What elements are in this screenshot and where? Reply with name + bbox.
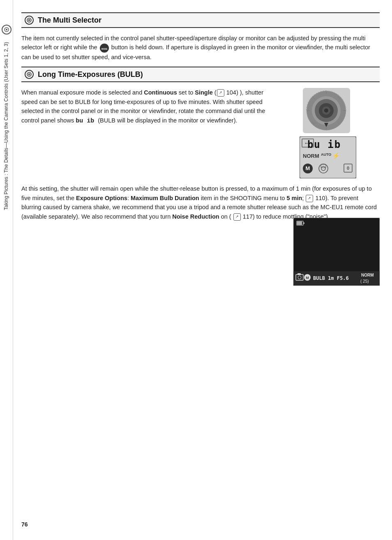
svg-rect-45 [297, 222, 302, 225]
mode-button-icon: MODE [100, 44, 109, 53]
bulb-header: Long Time-Exposures (BULB) [21, 67, 380, 82]
control-panel-display-svg: ←→ bu ib NORM AUTO ⚡ M [300, 136, 356, 178]
svg-text:⚡: ⚡ [332, 152, 340, 159]
svg-text:AUTO: AUTO [321, 152, 331, 157]
svg-point-9 [29, 74, 30, 75]
bulb-section-top: When manual exposure mode is selected an… [21, 88, 380, 178]
svg-point-4 [29, 20, 30, 21]
bulb-symbol: bu ib [76, 118, 98, 125]
multi-selector-title: The Multi Selector [38, 16, 101, 25]
svg-point-26 [324, 108, 328, 113]
bulb-images-right: ←→ bu ib NORM AUTO ⚡ M [273, 88, 380, 178]
ref-icon-110: ↗ [306, 195, 313, 202]
svg-text:( 25): ( 25) [360, 279, 369, 284]
page-number: 76 [21, 521, 28, 528]
max-bulb-label: Maximum Bulb Duration [131, 195, 199, 201]
bulb-icon [25, 70, 34, 79]
svg-text:MODE: MODE [101, 47, 107, 50]
svg-text:M: M [306, 276, 309, 280]
svg-text:BULB 1m F5.6: BULB 1m F5.6 [313, 275, 349, 281]
svg-text:NORM: NORM [361, 273, 374, 277]
exposure-options-label: Exposure Options [76, 195, 127, 201]
svg-point-1 [6, 29, 7, 30]
svg-text:0: 0 [347, 166, 350, 171]
multi-selector-header: The Multi Selector [21, 12, 380, 28]
bulb-text-left: When manual exposure mode is selected an… [21, 88, 266, 178]
sidebar: Taking Pictures : The Details—Using the … [0, 0, 13, 540]
svg-rect-49 [297, 273, 301, 275]
monitor-display-svg: M BULB 1m F5.6 NORM ( 25) [293, 218, 380, 286]
multi-selector-body: The item not currently selected in the c… [21, 34, 380, 62]
multi-selector-icon [25, 16, 34, 25]
continuous-label: Continuous [144, 89, 177, 96]
bulb-para1: When manual exposure mode is selected an… [21, 88, 266, 126]
camera-dial-svg [303, 88, 350, 133]
svg-text:NORM: NORM [303, 153, 319, 159]
sidebar-icon [2, 25, 12, 35]
sidebar-label: Taking Pictures : The Details—Using the … [3, 42, 10, 210]
ref-icon-104: ↗ [217, 89, 224, 97]
5min-label: 5 min [286, 195, 302, 201]
svg-text:bu ib: bu ib [307, 139, 341, 150]
single-label: Single [195, 89, 213, 96]
svg-rect-44 [303, 222, 304, 224]
main-content: The Multi Selector The item not currentl… [13, 0, 392, 540]
bulb-para2: At this setting, the shutter will remain… [21, 184, 380, 221]
svg-text:M: M [306, 165, 310, 171]
bulb-title: Long Time-Exposures (BULB) [38, 70, 143, 79]
camera-dial-container [303, 88, 350, 133]
